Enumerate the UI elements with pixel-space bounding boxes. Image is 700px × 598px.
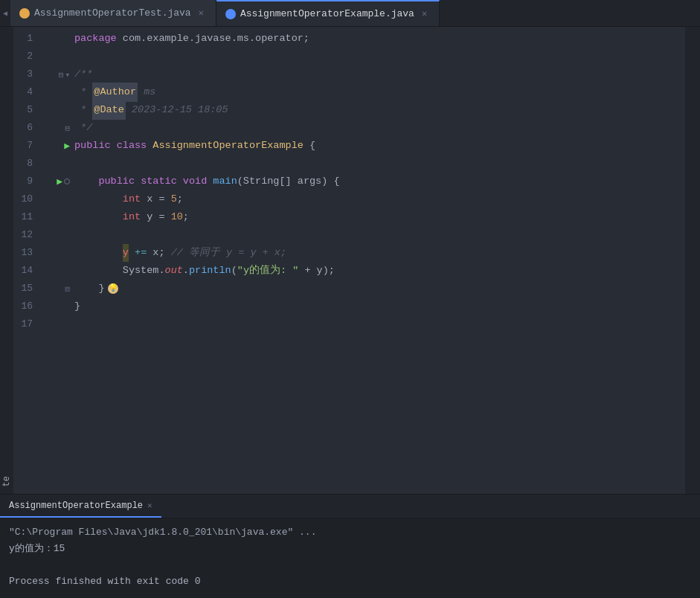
marker-line-4 — [43, 83, 71, 101]
str-yval: "y的值为: " — [237, 262, 299, 280]
fn-println: println — [189, 262, 231, 280]
var-y-highlighted: y — [123, 244, 129, 262]
comment-date-val: 2023-12-15 18:05 — [126, 101, 228, 119]
num-5: 5 — [171, 190, 177, 208]
line-num-12: 12 — [13, 226, 37, 244]
tab-close-1[interactable]: ✕ — [196, 6, 207, 20]
code-editor[interactable]: 1 2 3 4 5 6 7 8 9 10 11 12 13 14 15 16 1… — [13, 27, 693, 494]
console-line-4: Process finished with exit code 0 — [9, 573, 691, 590]
system: System. — [123, 262, 165, 280]
line-num-5: 5 — [13, 101, 37, 119]
space-11: y = — [141, 208, 171, 226]
dot-14: . — [183, 262, 189, 280]
line-num-17: 17 — [13, 315, 37, 333]
tab-assignment-example[interactable]: AssignmentOperatorExample.java ✕ — [216, 0, 440, 26]
line-num-6: 6 — [13, 119, 37, 137]
tab-assignment-test[interactable]: AssignmentOperatorTest.java ✕ — [10, 0, 216, 26]
annotation-author: @Author — [92, 83, 138, 102]
marker-line-2 — [43, 48, 71, 65]
brace-open-7: { — [309, 137, 315, 155]
bottom-tab-label: AssignmentOperatorExample — [9, 501, 143, 511]
indent-13 — [74, 244, 123, 262]
line-num-10: 10 — [13, 190, 37, 208]
code-line-2 — [71, 48, 685, 65]
line-num-15: 15 — [13, 280, 37, 298]
code-line-6: */ — [71, 119, 685, 137]
marker-line-10 — [43, 190, 71, 208]
code-content[interactable]: package com.example.javase.ms.operator; … — [71, 27, 685, 494]
scrollbar-vertical[interactable] — [685, 27, 693, 494]
marker-line-3[interactable]: ⊟ ▾ — [43, 65, 71, 83]
tab-close-2[interactable]: ✕ — [419, 7, 430, 21]
run-arrow-7: ▶ — [64, 140, 70, 152]
bulb-icon-15[interactable]: 💡 — [108, 283, 118, 294]
tab-icon-blue — [225, 9, 236, 19]
pkg-name: com.example.javase.ms.operator; — [123, 30, 309, 48]
code-line-17 — [71, 315, 685, 333]
fold-icon-3[interactable]: ⊟ — [59, 70, 64, 80]
fold-gutter: ⊟ ▾ ⊟ ▶ ▶ — [43, 27, 71, 494]
class-name: AssignmentOperatorExample — [152, 137, 309, 155]
marker-line-15: ⊟ — [43, 280, 71, 298]
line-num-13: 13 — [13, 244, 37, 262]
paren-open-9: (String[] args) { — [237, 173, 340, 190]
annotation-date: @Date — [92, 100, 126, 120]
bottom-tab-bar: AssignmentOperatorExample ✕ — [0, 495, 700, 518]
marker-line-16 — [43, 298, 71, 315]
marker-line-14 — [43, 262, 71, 280]
kw-public-7: public — [74, 137, 117, 155]
comment-close: */ — [74, 119, 92, 137]
out: out — [165, 262, 183, 280]
comment-author-name: ms — [138, 83, 155, 101]
line-num-2: 2 — [13, 48, 37, 65]
code-line-11: int y = 10; — [71, 208, 685, 226]
num-10: 10 — [171, 208, 183, 226]
kw-void: void — [183, 173, 213, 190]
bottom-panel: AssignmentOperatorExample ✕ "C:\Program … — [0, 494, 700, 598]
line-num-8: 8 — [13, 155, 37, 173]
marker-line-8 — [43, 155, 71, 173]
fold-close-6: ⊟ — [65, 123, 70, 133]
code-line-3: /** — [71, 65, 685, 83]
tab-bar: ◀ AssignmentOperatorTest.java ✕ Assignme… — [0, 0, 700, 27]
code-line-16: } — [71, 298, 685, 315]
marker-line-1 — [43, 30, 71, 48]
bottom-tab-run[interactable]: AssignmentOperatorExample ✕ — [0, 495, 161, 518]
code-line-7: public class AssignmentOperatorExample { — [71, 137, 685, 155]
bottom-tab-close[interactable]: ✕ — [147, 501, 152, 510]
line-numbers: 1 2 3 4 5 6 7 8 9 10 11 12 13 14 15 16 1… — [13, 27, 43, 494]
line-num-3: 3 — [13, 65, 37, 83]
right-gutter — [693, 27, 700, 494]
semi-11: ; — [183, 208, 189, 226]
code-line-10: int x = 5; — [71, 190, 685, 208]
kw-package: package — [74, 30, 123, 48]
indent-10 — [74, 190, 123, 208]
fold-close-15: ⊟ — [65, 284, 70, 294]
run-arrow-9: ▶ — [57, 176, 62, 187]
left-edge-icon: ◀ — [3, 9, 7, 18]
code-line-9: public static void main(String[] args) { — [71, 173, 685, 190]
brace-close-15: } — [98, 280, 104, 298]
indent-14 — [74, 262, 123, 280]
fn-main: main — [213, 173, 237, 190]
line-num-4: 4 — [13, 83, 37, 101]
line-num-1: 1 — [13, 30, 37, 48]
marker-line-6[interactable]: ⊟ — [43, 119, 71, 137]
brace-close-16: } — [74, 298, 80, 315]
marker-line-9: ▶ — [43, 173, 71, 190]
semi-10: ; — [177, 190, 183, 208]
line-num-16: 16 — [13, 298, 37, 315]
kw-class: class — [117, 137, 153, 155]
indent-11 — [74, 208, 123, 226]
marker-line-17 — [43, 315, 71, 333]
side-label-te: te — [1, 476, 12, 486]
code-line-14: System.out.println("y的值为: " + y); — [71, 262, 685, 280]
code-line-12 — [71, 226, 685, 244]
marker-line-12 — [43, 226, 71, 244]
fold-arrow-3: ▾ — [65, 70, 70, 80]
space-10: x = — [141, 190, 171, 208]
marker-line-7: ▶ — [43, 137, 71, 155]
code-line-13: y += x; // 等同于 y = y + x; — [71, 244, 685, 262]
code-line-1: package com.example.javase.ms.operator; — [71, 30, 685, 48]
marker-line-5 — [43, 101, 71, 119]
